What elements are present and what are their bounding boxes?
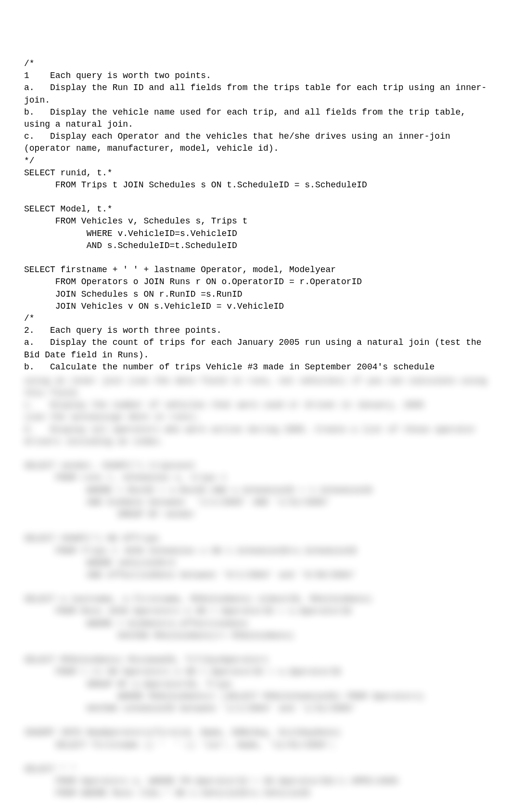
document-visible-text: /* 1 Each query is worth two points. a. … <box>24 58 487 373</box>
document-blurred-text: using an inner join (use the date field … <box>24 375 487 800</box>
